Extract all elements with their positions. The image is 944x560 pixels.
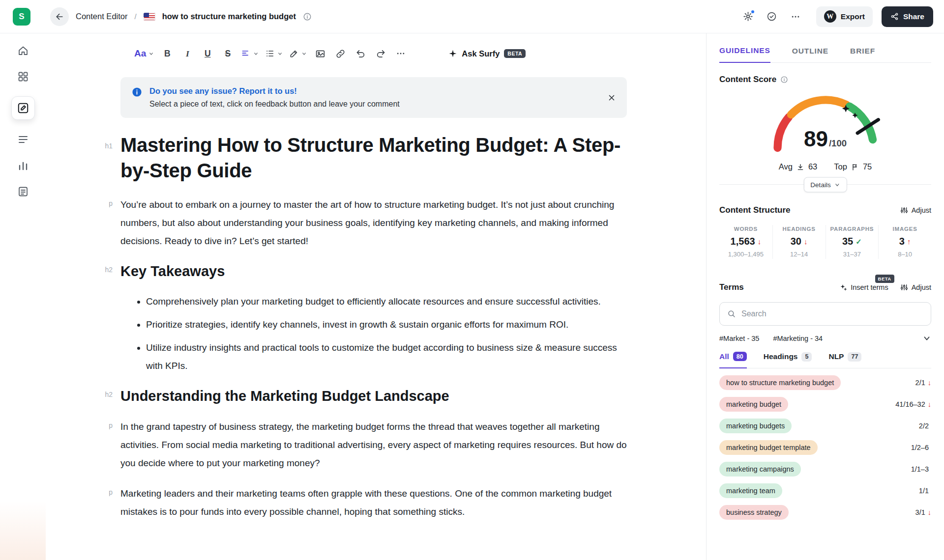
document-paragraph[interactable]: You’re about to embark on a journey to m… bbox=[120, 196, 627, 250]
bar-chart-icon bbox=[17, 160, 29, 171]
chevron-down-icon bbox=[277, 51, 283, 56]
ask-surfy-button[interactable]: Ask Surfy BETA bbox=[448, 49, 526, 58]
term-chip[interactable]: business strategy bbox=[719, 505, 789, 520]
arrow-down-to-line-icon bbox=[796, 163, 804, 171]
terms-search bbox=[719, 302, 931, 326]
share-button[interactable]: Share bbox=[882, 6, 933, 27]
doc-info-icon[interactable] bbox=[303, 12, 312, 21]
tab-label: NLP bbox=[828, 352, 844, 361]
score-value: 89 /100 bbox=[719, 127, 931, 151]
document-h2[interactable]: Understanding the Marketing Budget Lands… bbox=[120, 387, 627, 405]
tab-guidelines[interactable]: GUIDELINES bbox=[719, 46, 770, 63]
stat-label: PARAGRAPHS bbox=[826, 226, 879, 232]
redo-icon bbox=[376, 49, 386, 59]
dots-horizontal-icon bbox=[791, 12, 800, 22]
italic-button[interactable]: I bbox=[180, 45, 194, 62]
hash-filters: #Market - 35 #Marketing - 34 bbox=[719, 334, 931, 343]
topbar: S Content Editor / how to structure mark… bbox=[0, 0, 944, 33]
bold-button[interactable]: B bbox=[160, 45, 174, 62]
sidebar-item-dashboard[interactable] bbox=[17, 70, 30, 83]
rows-icon bbox=[17, 134, 29, 145]
tab-outline[interactable]: OUTLINE bbox=[792, 46, 828, 62]
details-button[interactable]: Details bbox=[803, 177, 847, 193]
more-options-button[interactable] bbox=[786, 7, 805, 27]
stat-range: 1,300–1,495 bbox=[719, 251, 772, 258]
document-content: Do you see any issue? Report it to us! S… bbox=[120, 77, 627, 521]
left-rail bbox=[0, 33, 46, 560]
highlighter-dropdown[interactable] bbox=[289, 45, 307, 62]
sidebar-item-analytics[interactable] bbox=[17, 159, 30, 172]
term-count: 2/1↓ bbox=[915, 379, 931, 387]
image-icon bbox=[315, 49, 325, 59]
terms-title: Terms bbox=[719, 282, 839, 292]
undo-button[interactable] bbox=[354, 45, 367, 62]
expand-filters-button[interactable] bbox=[922, 334, 931, 343]
document-h2[interactable]: Key Takeaways bbox=[120, 262, 627, 280]
text-style-dropdown[interactable]: Aa bbox=[134, 45, 154, 62]
info-icon[interactable] bbox=[780, 76, 788, 84]
status-check: ✓ bbox=[856, 237, 862, 246]
insert-image-button[interactable] bbox=[313, 45, 327, 62]
sidebar-item-home[interactable] bbox=[17, 44, 30, 57]
banner-close-button[interactable] bbox=[607, 93, 616, 102]
count-badge: 77 bbox=[848, 352, 861, 362]
top-benchmark: Top 75 bbox=[834, 162, 872, 171]
avg-benchmark: Avg 63 bbox=[779, 162, 818, 171]
status-arrow: ↓ bbox=[804, 237, 808, 246]
terms-tab-nlp[interactable]: NLP 77 bbox=[828, 352, 861, 368]
redo-button[interactable] bbox=[374, 45, 387, 62]
underline-button[interactable]: U bbox=[201, 45, 214, 62]
strikethrough-button[interactable]: S bbox=[221, 45, 235, 62]
tab-brief[interactable]: BRIEF bbox=[850, 46, 875, 62]
link-icon bbox=[335, 49, 346, 59]
back-button[interactable] bbox=[50, 7, 69, 26]
term-chip[interactable]: marketing budgets bbox=[719, 419, 792, 433]
terms-adjust-button[interactable]: Adjust bbox=[900, 283, 931, 291]
list-item[interactable]: Utilize industry insights and practical … bbox=[146, 338, 627, 375]
document-h1[interactable]: Mastering How to Structure Marketing Bud… bbox=[120, 132, 627, 183]
details-divider: Details bbox=[719, 184, 931, 185]
document-paragraph[interactable]: Marketing leaders and their marketing te… bbox=[120, 484, 627, 521]
dots-horizontal-icon bbox=[396, 49, 406, 58]
structure-adjust-button[interactable]: Adjust bbox=[900, 206, 931, 214]
content-structure-header: Content Structure Adjust bbox=[719, 205, 931, 215]
list-item[interactable]: Prioritize strategies, identify key chan… bbox=[146, 315, 627, 334]
app-root: S Content Editor / how to structure mark… bbox=[0, 0, 944, 560]
tab-label: Headings bbox=[764, 352, 798, 361]
hash-filter-market[interactable]: #Market - 35 bbox=[719, 335, 759, 342]
topbar-left: S Content Editor / how to structure mark… bbox=[13, 7, 312, 26]
sidebar-item-audit[interactable] bbox=[17, 185, 30, 198]
term-chip[interactable]: marketing campaigns bbox=[719, 462, 801, 476]
terms-tab-headings[interactable]: Headings 5 bbox=[764, 352, 812, 368]
saved-status-button[interactable] bbox=[762, 7, 782, 27]
app-logo[interactable]: S bbox=[13, 8, 30, 26]
term-count: 1/1–3 bbox=[911, 465, 931, 473]
term-count: 41/16–32↓ bbox=[895, 400, 931, 408]
arrow-down-icon: ↓ bbox=[928, 379, 931, 387]
insert-link-button[interactable] bbox=[333, 45, 347, 62]
term-chip[interactable]: marketing budget bbox=[719, 397, 788, 412]
list-item[interactable]: Comprehensively plan your marketing budg… bbox=[146, 292, 627, 310]
toolbar-more-button[interactable] bbox=[394, 45, 408, 62]
document-paragraph[interactable]: In the grand tapestry of business strate… bbox=[120, 418, 627, 472]
list-dropdown[interactable] bbox=[265, 45, 283, 62]
export-button[interactable]: W Export bbox=[816, 6, 873, 27]
block-marker: p bbox=[92, 421, 113, 429]
sidebar-item-documents[interactable] bbox=[17, 133, 30, 146]
term-chip[interactable]: marketing team bbox=[719, 483, 782, 498]
info-icon bbox=[131, 86, 143, 109]
settings-button[interactable] bbox=[738, 7, 758, 27]
breadcrumb-app[interactable]: Content Editor bbox=[76, 12, 127, 21]
sidebar-item-content-editor[interactable] bbox=[11, 96, 35, 120]
hash-filter-marketing[interactable]: #Marketing - 34 bbox=[773, 335, 823, 342]
pen-icon bbox=[289, 49, 299, 58]
count-badge: 5 bbox=[801, 352, 812, 362]
arrow-down-icon: ↓ bbox=[928, 508, 931, 516]
beta-badge: BETA bbox=[504, 49, 526, 58]
align-dropdown[interactable] bbox=[241, 45, 259, 62]
term-chip[interactable]: marketing budget template bbox=[719, 440, 818, 455]
search-input[interactable] bbox=[741, 309, 923, 318]
insert-terms-button[interactable]: Insert terms bbox=[839, 283, 888, 291]
term-chip[interactable]: how to structure marketing budget bbox=[719, 375, 841, 390]
terms-tab-all[interactable]: All 80 bbox=[719, 352, 747, 368]
